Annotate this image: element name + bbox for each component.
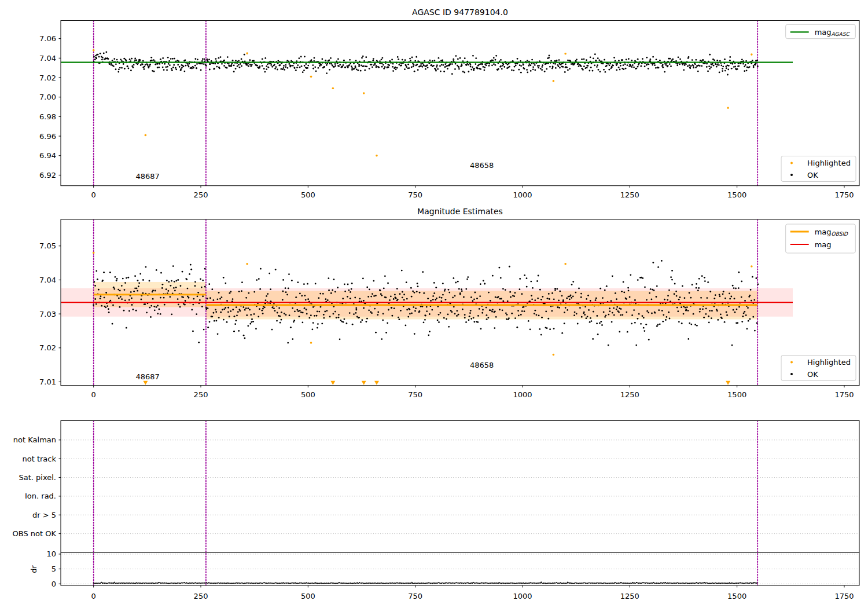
panel1-agasc: 48687486586.926.946.966.987.007.027.047.… <box>39 21 856 200</box>
svg-text:1500: 1500 <box>727 191 746 199</box>
legend-label: Highlighted <box>807 358 851 367</box>
panel2-axes: 7.017.027.037.047.0502505007501000125015… <box>39 241 854 399</box>
panel1-spines <box>61 21 859 186</box>
flag-category-label: Ion. rad. <box>25 492 56 500</box>
svg-text:7.02: 7.02 <box>39 74 56 82</box>
svg-text:0: 0 <box>91 390 96 399</box>
svg-text:6.94: 6.94 <box>39 151 56 160</box>
flag-category-label: Sat. pixel. <box>19 473 56 482</box>
svg-text:6.98: 6.98 <box>39 112 56 121</box>
svg-text:1000: 1000 <box>513 390 532 399</box>
svg-text:1750: 1750 <box>834 390 854 399</box>
obsid-annotation-48658: 48658 <box>470 161 494 170</box>
svg-text:750: 750 <box>408 390 422 399</box>
panel1-marker-legend: HighlightedOK <box>781 156 856 182</box>
svg-text:1000: 1000 <box>513 592 532 600</box>
svg-text:500: 500 <box>301 191 315 199</box>
svg-text:1250: 1250 <box>620 592 639 600</box>
svg-text:0: 0 <box>52 580 56 588</box>
panel1-title: AGASC ID 947789104.0 <box>61 8 859 17</box>
svg-text:7.02: 7.02 <box>39 343 56 352</box>
flag-category-label: dr > 5 <box>32 511 56 519</box>
panel2-line-legend: magOBSIDmag <box>786 224 856 253</box>
panel3-spines <box>61 421 859 586</box>
legend-label: mag <box>815 240 832 249</box>
svg-text:250: 250 <box>194 592 208 600</box>
obsid-annotation-48687: 48687 <box>135 372 159 381</box>
legend-label: Highlighted <box>807 159 851 167</box>
svg-text:1750: 1750 <box>834 592 854 600</box>
legend-swatch-dot <box>790 361 793 364</box>
svg-text:1500: 1500 <box>727 592 746 600</box>
svg-text:6.92: 6.92 <box>39 171 56 180</box>
svg-text:7.03: 7.03 <box>39 310 56 318</box>
legend-swatch-dot <box>790 162 793 164</box>
svg-text:7.06: 7.06 <box>39 34 56 43</box>
flag-category-label: not track <box>22 455 56 463</box>
svg-text:750: 750 <box>408 592 422 600</box>
flag-category-label: OBS not OK <box>13 529 57 538</box>
dr-axis-label: dr <box>30 565 38 573</box>
legend-swatch-dot <box>790 174 793 176</box>
svg-text:5: 5 <box>52 565 56 573</box>
svg-text:1500: 1500 <box>727 390 746 399</box>
figure-root: 48687486586.926.946.966.987.007.027.047.… <box>0 0 868 608</box>
svg-text:7.01: 7.01 <box>39 378 56 386</box>
ok-scatter <box>93 52 759 76</box>
legend-label: OK <box>807 171 818 180</box>
legend-swatch-dot <box>790 373 793 375</box>
svg-text:1250: 1250 <box>620 191 639 199</box>
panel3-flags: not Kalmannot trackSat. pixel.Ion. rad.d… <box>13 421 860 601</box>
panel2-title: Magnitude Estimates <box>61 207 859 216</box>
svg-text:7.04: 7.04 <box>39 276 56 284</box>
svg-text:750: 750 <box>408 191 422 199</box>
svg-text:1000: 1000 <box>513 191 532 199</box>
svg-text:6.96: 6.96 <box>39 132 56 141</box>
svg-text:500: 500 <box>301 390 315 399</box>
svg-text:7.04: 7.04 <box>39 54 56 63</box>
svg-text:250: 250 <box>194 390 208 399</box>
panel2-marker-legend: HighlightedOK <box>781 356 856 381</box>
svg-text:7.05: 7.05 <box>39 241 56 250</box>
svg-text:1250: 1250 <box>620 390 639 399</box>
panel1-axes: 6.926.946.966.987.007.027.047.0602505007… <box>39 34 854 199</box>
svg-text:7.00: 7.00 <box>39 93 56 101</box>
svg-text:250: 250 <box>194 191 208 199</box>
clipped-low-markers <box>143 381 730 385</box>
panel3-axes: not Kalmannot trackSat. pixel.Ion. rad.d… <box>13 435 854 600</box>
svg-text:500: 500 <box>301 592 315 600</box>
legend-label: OK <box>807 370 818 379</box>
obsid-annotation-48658: 48658 <box>470 361 494 369</box>
magnitude-plots-svg: 48687486586.926.946.966.987.007.027.047.… <box>0 0 868 608</box>
panel1-line-legend: magAGASC <box>786 24 856 38</box>
obsid-annotation-48687: 48687 <box>135 172 159 181</box>
svg-text:1750: 1750 <box>834 191 854 199</box>
flag-category-label: not Kalman <box>13 435 56 444</box>
highlighted-scatter <box>93 49 753 156</box>
panel2-estimates: 48687486587.017.027.037.047.050250500750… <box>39 219 856 399</box>
svg-text:10: 10 <box>46 550 56 558</box>
svg-text:0: 0 <box>91 191 96 199</box>
svg-text:0: 0 <box>91 592 96 600</box>
